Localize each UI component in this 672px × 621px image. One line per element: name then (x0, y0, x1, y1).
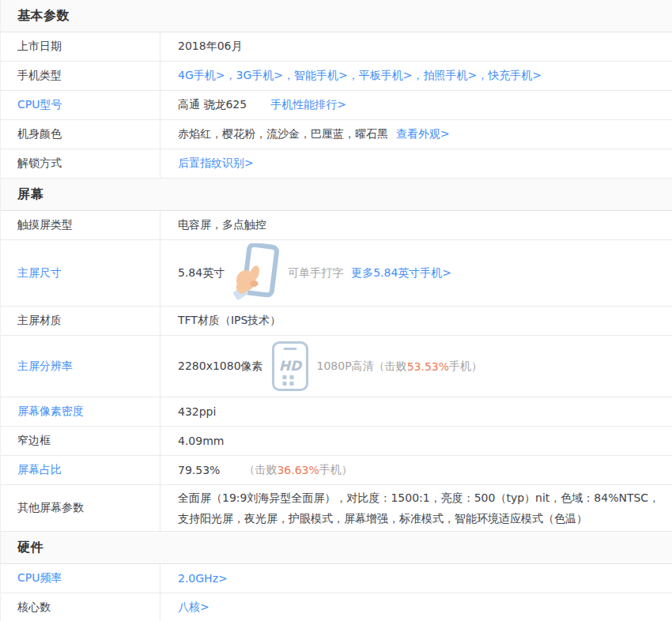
value-text: 高通 骁龙625 (178, 98, 247, 112)
hand-holding-phone-icon (233, 243, 279, 303)
spec-row: 触摸屏类型电容屏，多点触控 (1, 211, 672, 240)
row-value: TFT材质（IPS技术） (178, 314, 281, 328)
row-label[interactable]: 屏幕像素密度 (17, 405, 84, 419)
value-text: 4.09mm (178, 435, 224, 447)
row-value: 全面屏（19:9刘海异型全面屏），对比度：1500:1，亮度：500（typ）n… (178, 487, 672, 529)
row-label: 窄边框 (17, 434, 51, 448)
section-title: 基本参数 (17, 8, 70, 24)
value-text: 全面屏（19:9刘海异型全面屏），对比度：1500:1，亮度：500（typ）n… (178, 491, 659, 525)
spec-row: 主屏尺寸5.84英寸 可单手打字更多5.84英寸手机> (1, 240, 672, 307)
spec-row: 其他屏幕参数全面屏（19:9刘海异型全面屏），对比度：1500:1，亮度：500… (1, 485, 672, 532)
value-note: 1080P高清（击败 (317, 359, 407, 374)
value-percent: 53.53% (407, 360, 449, 373)
spec-row: 屏幕像素密度432ppi (1, 397, 672, 427)
row-value: 高通 骁龙625手机性能排行> (178, 98, 346, 112)
row-value: 432ppi (178, 405, 216, 418)
section-header: 屏幕 (1, 179, 672, 211)
row-label[interactable]: 屏幕占比 (17, 463, 62, 477)
value-text: 电容屏，多点触控 (178, 218, 266, 232)
row-label: 手机类型 (17, 69, 62, 83)
value-text: 5.84英寸 (178, 266, 225, 280)
value-link[interactable]: 查看外观> (396, 127, 450, 141)
row-value: 八核> (178, 600, 210, 615)
spec-row: 核心数八核> (1, 593, 672, 621)
link-separator: ， (283, 69, 294, 83)
value-link[interactable]: 智能手机> (294, 69, 348, 83)
phone-spec-table: 基本参数上市日期2018年06月手机类型4G手机>，3G手机>，智能手机>，平板… (0, 0, 672, 621)
row-label[interactable]: CPU频率 (17, 571, 62, 585)
row-value: 4G手机>，3G手机>，智能手机>，平板手机>，拍照手机>，快充手机> (178, 69, 542, 83)
value-link[interactable]: 拍照手机> (423, 69, 477, 83)
value-note: （击败 (244, 463, 277, 477)
value-text: 赤焰红，樱花粉，流沙金，巴厘蓝，曜石黑 (178, 127, 388, 141)
row-value: 2.0GHz> (178, 572, 228, 585)
value-text: 432ppi (178, 405, 216, 418)
section-title: 硬件 (17, 540, 43, 556)
value-link[interactable]: 平板手机> (359, 69, 413, 83)
value-text: TFT材质（IPS技术） (178, 314, 281, 328)
value-note: 可单手打字 (288, 266, 343, 280)
value-link[interactable]: 2.0GHz> (178, 572, 228, 585)
value-note: 手机） (319, 463, 353, 477)
row-value: 后置指纹识别> (178, 156, 254, 171)
link-separator: ， (225, 69, 236, 83)
svg-text:HD: HD (278, 358, 302, 374)
row-value: 5.84英寸 可单手打字更多5.84英寸手机> (178, 243, 451, 303)
row-label[interactable]: 主屏分辨率 (17, 359, 73, 374)
value-text: 2018年06月 (178, 40, 242, 54)
row-value: 赤焰红，樱花粉，流沙金，巴厘蓝，曜石黑查看外观> (178, 127, 450, 141)
spec-row: 解锁方式后置指纹识别> (1, 149, 672, 179)
spec-row: 手机类型4G手机>，3G手机>，智能手机>，平板手机>，拍照手机>，快充手机> (1, 62, 672, 91)
value-text: 79.53% (178, 464, 220, 476)
value-link[interactable]: 4G手机> (178, 69, 225, 83)
row-label: 其他屏幕参数 (17, 501, 84, 515)
value-note: 手机） (449, 359, 482, 374)
link-separator: ， (412, 69, 423, 83)
value-link[interactable]: 手机性能排行> (270, 98, 346, 112)
row-label: 解锁方式 (17, 156, 62, 171)
value-link[interactable]: 后置指纹识别> (178, 156, 254, 171)
row-value: 2018年06月 (178, 40, 242, 54)
hd-phone-icon: HD (272, 341, 308, 391)
value-percent: 36.63% (277, 464, 319, 476)
value-link[interactable]: 更多5.84英寸手机> (351, 266, 451, 280)
value-link[interactable]: 3G手机> (236, 69, 284, 83)
row-label: 核心数 (17, 600, 51, 615)
section-title: 屏幕 (17, 186, 43, 203)
row-label: 主屏材质 (17, 314, 62, 328)
value-link[interactable]: 八核> (178, 600, 210, 615)
spec-row: 主屏分辨率2280x1080像素 HD 1080P高清（击败53.53%手机） (1, 336, 672, 397)
spec-row: 窄边框4.09mm (1, 427, 672, 456)
row-label: 机身颜色 (17, 127, 62, 141)
row-value: 2280x1080像素 HD 1080P高清（击败53.53%手机） (178, 341, 482, 391)
link-separator: ， (348, 69, 359, 83)
row-label[interactable]: CPU型号 (17, 98, 62, 112)
row-label: 触摸屏类型 (17, 218, 73, 232)
spec-row: 上市日期2018年06月 (1, 32, 672, 62)
row-label: 上市日期 (17, 40, 62, 54)
row-value: 电容屏，多点触控 (178, 218, 266, 232)
section-header: 基本参数 (1, 0, 672, 32)
spec-row: 主屏材质TFT材质（IPS技术） (1, 307, 672, 336)
value-text: 2280x1080像素 (178, 359, 263, 374)
spec-row: CPU型号高通 骁龙625手机性能排行> (1, 91, 672, 120)
spec-row: CPU频率2.0GHz> (1, 564, 672, 593)
row-value: 4.09mm (178, 435, 224, 447)
spec-row: 屏幕占比79.53%（击败36.63%手机） (1, 456, 672, 485)
row-label[interactable]: 主屏尺寸 (17, 266, 62, 280)
value-link[interactable]: 快充手机> (488, 69, 542, 83)
link-separator: ， (477, 69, 488, 83)
section-header: 硬件 (1, 532, 672, 564)
spec-row: 机身颜色赤焰红，樱花粉，流沙金，巴厘蓝，曜石黑查看外观> (1, 120, 672, 149)
row-value: 79.53%（击败36.63%手机） (178, 463, 353, 477)
